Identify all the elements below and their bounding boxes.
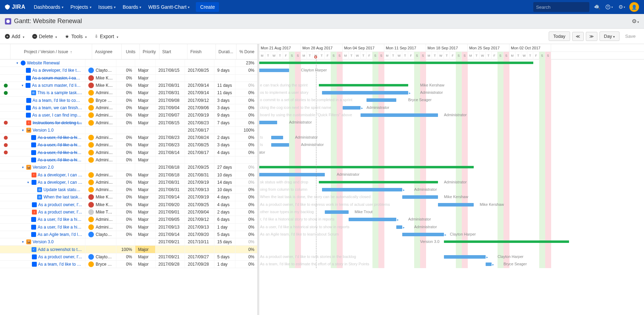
tools-button[interactable]: ★Tools [65,34,87,39]
settings-icon[interactable]: ⚙▾ [616,1,627,13]
delete-button[interactable]: −Delete [32,34,57,39]
issue-title[interactable]: Version 1.0 [33,128,54,133]
gantt-row[interactable]: o commit to a set of stories to be compl… [259,97,644,104]
gantt-row[interactable]: sk status with drag and dropAdministrato… [259,179,644,186]
issue-title[interactable]: Website Renewal [27,61,60,65]
nav-item-boards[interactable]: Boards [119,0,145,14]
expand-toggle[interactable]: ▾ [21,240,25,244]
task-bar[interactable] [438,203,474,206]
gantt-row[interactable] [259,246,644,253]
gantt-row[interactable]: oing from column to column▸Administrator [259,186,644,194]
issue-title[interactable]: As a user, I'd like a hist... [37,217,82,222]
task-bar[interactable]: ▸ [444,255,486,259]
grid-row[interactable]: As a team, I'd like to e...Bryce Se...0%… [0,261,257,268]
gantt-row[interactable] [259,156,644,164]
grid-row[interactable]: ▾Website Renewal23% [0,59,257,67]
issue-title[interactable]: As a developer, I can u... [38,180,83,185]
export-button[interactable]: ⇩Export [95,34,118,39]
gantt-row[interactable]: istrator [259,149,644,156]
issue-title[interactable]: This is a sample task. T... [37,90,82,95]
task-bar[interactable] [361,113,438,117]
gantt-row[interactable]: As a product owner, I'd like to rank sto… [259,253,644,261]
scale-button[interactable]: Day ▾ [600,31,620,41]
grid-row[interactable]: ▾As a developer, I can u...Administ...0%… [0,179,257,186]
prev-button[interactable]: ≪ [572,32,584,41]
grid-row[interactable]: As a user, I'd like a hist...Administ...… [0,149,257,156]
task-bar[interactable] [259,121,277,124]
issue-title[interactable]: As a product owner, I'... [38,254,82,259]
search-input[interactable] [536,5,595,10]
grid-row[interactable]: ▾As a scrum master, I'd like ...Mike Ker… [0,82,257,89]
grid-row[interactable]: As a user, I'd like a hist...Administ...… [0,156,257,164]
task-bar[interactable] [325,210,349,214]
grid-row[interactable]: As a product owner, I'...Clayton ...0%Ma… [0,253,257,261]
task-bar[interactable] [271,143,289,147]
summary-bar[interactable] [319,84,408,86]
expand-toggle[interactable]: ▾ [21,84,24,88]
gantt-row[interactable] [259,75,644,82]
issue-title[interactable]: Add a screenshot to th... [38,247,82,252]
nav-item-issues[interactable]: Issues [95,0,119,14]
grid-row[interactable]: As a user, I'd like a hist...Administ...… [0,141,257,149]
user-avatar[interactable]: 👤 [629,1,640,13]
gantt-row[interactable]: Version 3.0 [259,238,644,246]
save-button[interactable]: Save [622,32,639,41]
issue-title[interactable]: As a product owner, I'... [38,210,82,215]
gantt-row[interactable]: As a user, I'd like a historical story t… [259,224,644,231]
issue-title[interactable]: As a user, I'd like a hist... [37,135,82,140]
next-button[interactable]: ≫ [586,32,597,41]
expand-toggle[interactable]: ▾ [21,166,25,169]
task-bar[interactable]: ▸ [343,106,361,110]
jira-logo[interactable]: JIRA [4,4,25,10]
grid-row[interactable]: As an Agile team, I'd lik...Clayton ...0… [0,231,257,238]
task-bar[interactable]: ▸ [322,188,403,191]
expand-toggle[interactable]: ▾ [21,128,25,132]
col-finish[interactable]: Finish [187,44,215,59]
help-icon[interactable]: ?▾ [603,1,615,13]
gantt-row[interactable]: As a team, I'd like to estimate the effo… [259,261,644,268]
grid-row[interactable]: As a team, I'd like to com...Bryce Se...… [0,97,257,104]
issue-title[interactable]: As a product owner, I'... [38,202,82,207]
issue-title[interactable]: As a developer, I can u... [38,173,83,177]
gantt-row[interactable]: As a product owner, I'd like to express … [259,201,644,209]
issue-title[interactable]: As a team, I'd like to com... [33,98,82,103]
grid-row[interactable]: As a developer, I'd like to ...Clayton .… [0,67,257,74]
col-done[interactable]: % Done [237,44,257,59]
page-settings-icon[interactable]: ⚙▾ [632,18,639,24]
issue-title[interactable]: When the last task ... [43,195,82,200]
gantt-row[interactable]: Clayton Harper [259,67,644,74]
task-bar[interactable]: ▸ [486,262,492,266]
grid-row[interactable]: As a scrum master, I can s...Mike Ker...… [0,75,257,82]
gantt-row[interactable] [259,164,644,171]
issue-title[interactable]: As a scrum master, I can s... [32,76,82,80]
gantt-row[interactable]: tsAdministrator [259,141,644,149]
grid-row[interactable]: !As a product owner, I'...Mike Tro...0%M… [0,209,257,216]
grid-row[interactable]: !Instructions for deleting t...Administ.… [0,119,257,126]
task-bar[interactable] [271,136,283,139]
task-bar[interactable]: ▸ [396,225,402,229]
create-button[interactable]: Create [196,2,219,12]
nav-item-projects[interactable]: Projects [67,0,95,14]
grid-row[interactable]: As a user, I'd like a hist...Administ...… [0,216,257,223]
grid-row[interactable]: ✓Add a screenshot to th...100%Major0% [0,246,257,253]
issue-title[interactable]: As a user, I'd like a hist... [37,158,82,162]
issue-title[interactable]: Version 2.0 [33,165,54,170]
gantt-row[interactable]: As an Agile team, I'd like to learn abou… [259,231,644,238]
search-box[interactable]: 🔍 [533,2,589,12]
grid-row[interactable]: ⊟This is a sample task. T...Administ...0… [0,89,257,97]
gantt-row[interactable]: e can track during the sprintMike Kersha… [259,82,644,89]
task-bar[interactable]: ▸ [349,218,396,221]
issue-title[interactable]: As a developer, I'd like to ... [32,68,82,73]
task-bar[interactable] [402,195,438,199]
grid-row[interactable]: As a user, I can find impor...Administ..… [0,112,257,119]
task-bar[interactable] [366,98,396,102]
task-bar[interactable] [259,173,325,176]
expand-toggle[interactable]: ▾ [15,61,19,65]
gantt-row[interactable]: r, I'd like a historical story to show i… [259,216,644,223]
grid-row[interactable]: As a product owner, I'...Mike Ker...0%Ma… [0,201,257,209]
summary-bar[interactable] [444,240,569,243]
issue-title[interactable]: As an Agile team, I'd lik... [37,232,82,237]
col-priority[interactable]: Priority [140,44,159,59]
grid-row[interactable]: ⊟When the last task ...Mike Ker...0%Majo… [0,194,257,201]
col-assignee[interactable]: Assignee [92,44,122,59]
